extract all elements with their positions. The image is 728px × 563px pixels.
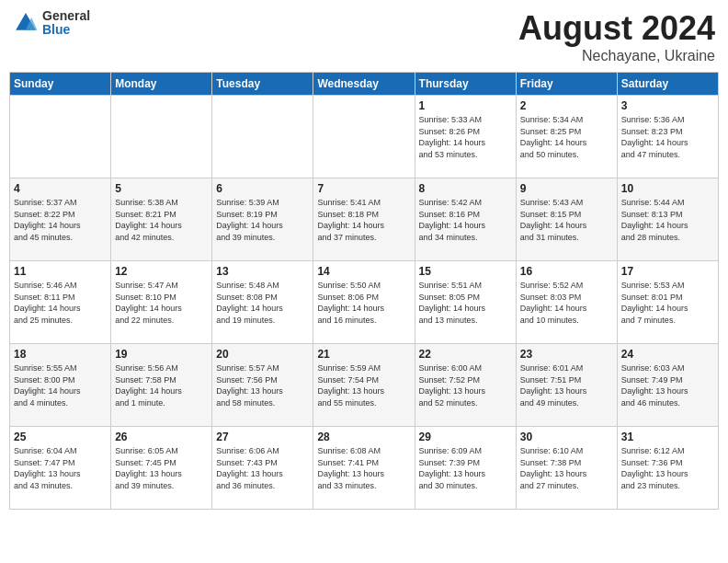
calendar-cell: 22Sunrise: 6:00 AM Sunset: 7:52 PM Dayli… — [415, 344, 516, 427]
calendar-week-1: 1Sunrise: 5:33 AM Sunset: 8:26 PM Daylig… — [10, 96, 719, 178]
day-info: Sunrise: 6:03 AM Sunset: 7:49 PM Dayligh… — [621, 362, 714, 408]
calendar-cell: 9Sunrise: 5:43 AM Sunset: 8:15 PM Daylig… — [516, 178, 617, 261]
day-number: 20 — [216, 348, 309, 361]
day-number: 22 — [419, 348, 512, 361]
day-number: 6 — [216, 182, 309, 195]
calendar-cell: 5Sunrise: 5:38 AM Sunset: 8:21 PM Daylig… — [111, 178, 212, 261]
day-number: 4 — [14, 182, 107, 195]
day-number: 31 — [621, 431, 714, 443]
calendar-cell: 1Sunrise: 5:33 AM Sunset: 8:26 PM Daylig… — [415, 96, 516, 178]
day-number: 13 — [216, 265, 309, 278]
day-info: Sunrise: 5:55 AM Sunset: 8:00 PM Dayligh… — [14, 362, 107, 408]
calendar-cell: 2Sunrise: 5:34 AM Sunset: 8:25 PM Daylig… — [516, 96, 617, 178]
calendar-cell: 21Sunrise: 5:59 AM Sunset: 7:54 PM Dayli… — [313, 344, 415, 427]
day-number: 7 — [317, 182, 410, 195]
calendar-week-2: 4Sunrise: 5:37 AM Sunset: 8:22 PM Daylig… — [10, 178, 719, 261]
logo-icon — [13, 10, 39, 36]
day-number: 17 — [621, 265, 714, 278]
day-info: Sunrise: 6:10 AM Sunset: 7:38 PM Dayligh… — [520, 445, 613, 491]
day-number: 11 — [14, 265, 107, 278]
day-number: 2 — [520, 99, 613, 112]
calendar-cell — [313, 96, 415, 178]
calendar-cell: 28Sunrise: 6:08 AM Sunset: 7:41 PM Dayli… — [313, 427, 415, 510]
calendar-cell: 14Sunrise: 5:50 AM Sunset: 8:06 PM Dayli… — [313, 261, 415, 344]
day-info: Sunrise: 6:09 AM Sunset: 7:39 PM Dayligh… — [419, 445, 512, 491]
day-number: 21 — [317, 348, 410, 361]
day-info: Sunrise: 5:36 AM Sunset: 8:23 PM Dayligh… — [621, 114, 714, 160]
calendar-cell — [212, 96, 313, 178]
day-info: Sunrise: 5:38 AM Sunset: 8:21 PM Dayligh… — [115, 197, 208, 243]
day-info: Sunrise: 5:47 AM Sunset: 8:10 PM Dayligh… — [115, 280, 208, 326]
day-info: Sunrise: 5:48 AM Sunset: 8:08 PM Dayligh… — [216, 280, 309, 326]
header-sunday: Sunday — [10, 73, 111, 96]
calendar-cell: 17Sunrise: 5:53 AM Sunset: 8:01 PM Dayli… — [617, 261, 718, 344]
day-number: 9 — [520, 182, 613, 195]
calendar-cell: 13Sunrise: 5:48 AM Sunset: 8:08 PM Dayli… — [212, 261, 313, 344]
day-number: 26 — [115, 431, 208, 443]
day-number: 15 — [419, 265, 512, 278]
day-number: 1 — [419, 99, 512, 112]
calendar-cell: 6Sunrise: 5:39 AM Sunset: 8:19 PM Daylig… — [212, 178, 313, 261]
day-info: Sunrise: 5:33 AM Sunset: 8:26 PM Dayligh… — [419, 114, 512, 160]
month-title: August 2024 — [518, 9, 715, 48]
day-info: Sunrise: 5:39 AM Sunset: 8:19 PM Dayligh… — [216, 197, 309, 243]
logo-general: General — [42, 9, 90, 23]
day-info: Sunrise: 6:04 AM Sunset: 7:47 PM Dayligh… — [14, 445, 107, 491]
header-monday: Monday — [111, 73, 212, 96]
day-info: Sunrise: 5:43 AM Sunset: 8:15 PM Dayligh… — [520, 197, 613, 243]
day-info: Sunrise: 6:06 AM Sunset: 7:43 PM Dayligh… — [216, 445, 309, 491]
calendar-cell: 31Sunrise: 6:12 AM Sunset: 7:36 PM Dayli… — [617, 427, 718, 510]
day-number: 12 — [115, 265, 208, 278]
calendar-cell: 20Sunrise: 5:57 AM Sunset: 7:56 PM Dayli… — [212, 344, 313, 427]
calendar-cell: 23Sunrise: 6:01 AM Sunset: 7:51 PM Dayli… — [516, 344, 617, 427]
calendar-week-5: 25Sunrise: 6:04 AM Sunset: 7:47 PM Dayli… — [10, 427, 719, 510]
day-info: Sunrise: 5:34 AM Sunset: 8:25 PM Dayligh… — [520, 114, 613, 160]
calendar-cell: 19Sunrise: 5:56 AM Sunset: 7:58 PM Dayli… — [111, 344, 212, 427]
day-number: 27 — [216, 431, 309, 443]
calendar-cell — [111, 96, 212, 178]
calendar-cell: 24Sunrise: 6:03 AM Sunset: 7:49 PM Dayli… — [617, 344, 718, 427]
day-info: Sunrise: 5:52 AM Sunset: 8:03 PM Dayligh… — [520, 280, 613, 326]
day-info: Sunrise: 5:37 AM Sunset: 8:22 PM Dayligh… — [14, 197, 107, 243]
day-info: Sunrise: 5:44 AM Sunset: 8:13 PM Dayligh… — [621, 197, 714, 243]
day-number: 16 — [520, 265, 613, 278]
calendar-cell: 7Sunrise: 5:41 AM Sunset: 8:18 PM Daylig… — [313, 178, 415, 261]
calendar-cell: 25Sunrise: 6:04 AM Sunset: 7:47 PM Dayli… — [10, 427, 111, 510]
calendar-cell — [10, 96, 111, 178]
calendar-cell: 15Sunrise: 5:51 AM Sunset: 8:05 PM Dayli… — [415, 261, 516, 344]
calendar-week-4: 18Sunrise: 5:55 AM Sunset: 8:00 PM Dayli… — [10, 344, 719, 427]
day-number: 3 — [621, 99, 714, 112]
calendar-week-3: 11Sunrise: 5:46 AM Sunset: 8:11 PM Dayli… — [10, 261, 719, 344]
calendar-cell: 29Sunrise: 6:09 AM Sunset: 7:39 PM Dayli… — [415, 427, 516, 510]
day-info: Sunrise: 5:53 AM Sunset: 8:01 PM Dayligh… — [621, 280, 714, 326]
header-thursday: Thursday — [415, 73, 516, 96]
day-number: 24 — [621, 348, 714, 361]
calendar-cell: 27Sunrise: 6:06 AM Sunset: 7:43 PM Dayli… — [212, 427, 313, 510]
logo: General Blue — [13, 9, 90, 38]
calendar-cell: 11Sunrise: 5:46 AM Sunset: 8:11 PM Dayli… — [10, 261, 111, 344]
day-info: Sunrise: 5:41 AM Sunset: 8:18 PM Dayligh… — [317, 197, 410, 243]
day-number: 5 — [115, 182, 208, 195]
day-number: 18 — [14, 348, 107, 361]
calendar-cell: 26Sunrise: 6:05 AM Sunset: 7:45 PM Dayli… — [111, 427, 212, 510]
calendar-cell: 4Sunrise: 5:37 AM Sunset: 8:22 PM Daylig… — [10, 178, 111, 261]
calendar-cell: 3Sunrise: 5:36 AM Sunset: 8:23 PM Daylig… — [617, 96, 718, 178]
day-number: 14 — [317, 265, 410, 278]
day-number: 23 — [520, 348, 613, 361]
day-number: 28 — [317, 431, 410, 443]
day-info: Sunrise: 5:50 AM Sunset: 8:06 PM Dayligh… — [317, 280, 410, 326]
calendar-cell: 10Sunrise: 5:44 AM Sunset: 8:13 PM Dayli… — [617, 178, 718, 261]
day-number: 25 — [14, 431, 107, 443]
calendar-cell: 12Sunrise: 5:47 AM Sunset: 8:10 PM Dayli… — [111, 261, 212, 344]
header-friday: Friday — [516, 73, 617, 96]
calendar-header-row: SundayMondayTuesdayWednesdayThursdayFrid… — [10, 73, 719, 96]
day-info: Sunrise: 6:08 AM Sunset: 7:41 PM Dayligh… — [317, 445, 410, 491]
day-info: Sunrise: 5:42 AM Sunset: 8:16 PM Dayligh… — [419, 197, 512, 243]
day-info: Sunrise: 6:00 AM Sunset: 7:52 PM Dayligh… — [419, 362, 512, 408]
day-info: Sunrise: 5:46 AM Sunset: 8:11 PM Dayligh… — [14, 280, 107, 326]
day-info: Sunrise: 6:12 AM Sunset: 7:36 PM Dayligh… — [621, 445, 714, 491]
title-block: August 2024 Nechayane, Ukraine — [518, 9, 715, 64]
day-info: Sunrise: 5:59 AM Sunset: 7:54 PM Dayligh… — [317, 362, 410, 408]
header-wednesday: Wednesday — [313, 73, 415, 96]
calendar-cell: 30Sunrise: 6:10 AM Sunset: 7:38 PM Dayli… — [516, 427, 617, 510]
